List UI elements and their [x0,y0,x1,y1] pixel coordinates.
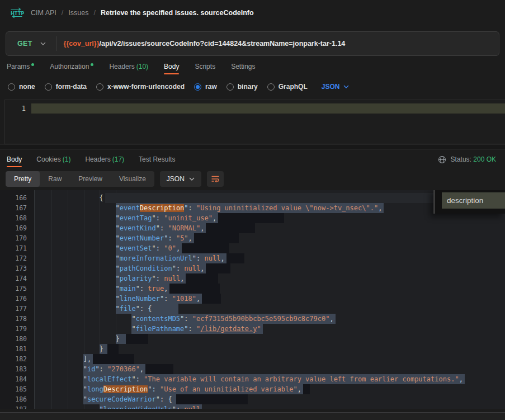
code-line: 180} [0,334,505,344]
code-line: 186"secureCodeWarrior": { [0,394,505,404]
body-mode-radio-graphql[interactable]: GraphQL [267,83,308,91]
response-tab-headers[interactable]: Headers(17) [85,150,124,169]
code-line: 179"filePathname": "/lib/getdate.y" [0,324,505,334]
wrap-text-button[interactable] [207,171,224,187]
line-artifact-block [226,253,244,263]
body-mode-radio-x-www-form-urlencoded[interactable]: x-www-form-urlencoded [96,83,185,91]
line-number: 186 [0,394,35,404]
body-mode-radio-binary[interactable]: binary [226,83,258,91]
request-body-editor[interactable]: 1 [4,100,505,144]
response-format-label: JSON [167,175,185,183]
api-client-window: { "header": { "breadcrumb": { "workspace… [0,0,505,420]
tab-label: Scripts [195,63,215,70]
line-number: 183 [0,364,35,374]
line-number: 185 [0,384,35,394]
request-tabs: ParamsAuthorizationHeaders(10)BodyScript… [0,56,505,77]
code-line: 185"longDescription": "Use of an uniniti… [0,384,505,394]
tab-headers[interactable]: Headers(10) [109,56,148,77]
code-line: 178"contentsMD5": "ecf7315d5b90bbcbc5e59… [0,314,505,324]
body-mode-row: noneform-datax-www-form-urlencodedrawbin… [0,77,505,96]
method-selector[interactable]: GET [6,40,40,48]
radio-icon [226,83,234,91]
line-number: 184 [0,374,35,384]
radio-icon [194,83,201,91]
search-match-highlight: Description [140,204,184,212]
code-line: 184"localEffect": "The variable will con… [0,374,505,384]
radio-label: none [19,83,35,91]
radio-icon [96,83,103,91]
line-number: 176 [0,294,35,304]
tab-label: Test Results [139,155,175,163]
code-line: 174"polarity": null, [0,273,505,284]
line-artifact-block [93,354,134,364]
response-view-row: PrettyRawPreviewVisualize JSON [0,169,505,189]
green-dot-indicator [91,63,93,66]
code-line: 169"eventKind": "NORMAL", [0,223,505,233]
view-tab-preview[interactable]: Preview [70,171,111,187]
code-line: 170"eventNumber": "5", [0,233,505,243]
line-number: 173 [0,263,35,273]
line-number: 178 [0,314,35,324]
line-number: 169 [0,223,35,233]
response-tab-cookies[interactable]: Cookies(1) [36,150,70,169]
view-tab-visualize[interactable]: Visualize [111,171,154,187]
tab-authorization[interactable]: Authorization [50,56,93,77]
code-line: 183"id": "270366", [0,364,505,374]
line-number: 181 [0,344,35,354]
editor-active-line [31,103,505,114]
code-line: 167"eventDescription": "Using uninitiali… [0,203,505,213]
status-value[interactable]: 200 OK [473,155,496,163]
raw-language-label: JSON [322,83,340,91]
body-mode-radio-form-data[interactable]: form-data [45,83,87,91]
response-tab-test-results[interactable]: Test Results [139,150,175,169]
body-mode-radio-none[interactable]: none [8,83,35,91]
tab-body[interactable]: Body [164,56,179,77]
breadcrumb: CIM API / Issues / Retrieve the specifie… [31,9,254,17]
response-tabs: BodyCookies(1)Headers(17)Test Results St… [0,150,505,169]
view-tab-pretty[interactable]: Pretty [6,171,40,187]
response-json-content: 166{167"eventDescription": "Using uninit… [0,190,505,409]
pane-splitter[interactable] [0,144,505,150]
breadcrumb-separator: / [93,9,95,17]
breadcrumb-collection[interactable]: Issues [68,9,88,17]
view-mode-segmented-control: PrettyRawPreviewVisualize [6,171,154,187]
line-artifact-block [206,223,255,233]
raw-language-select[interactable]: JSON [322,83,350,91]
globe-icon[interactable] [438,155,446,164]
tab-settings[interactable]: Settings [231,56,255,77]
code-line: 166{ [0,193,505,203]
line-number: 167 [0,203,35,213]
response-tab-body[interactable]: Body [7,150,22,169]
find-input[interactable]: description [442,192,505,209]
footer-status-bar [0,412,505,420]
line-number: 170 [0,233,35,243]
status-label: Status: [451,155,471,163]
line-artifact-block [182,243,229,253]
breadcrumb-workspace[interactable]: CIM API [31,9,56,17]
chevron-down-icon[interactable] [40,42,46,45]
code-line: 173"pathCondition": null, [0,263,505,273]
tab-params[interactable]: Params [7,56,34,77]
svg-text:HTTP: HTTP [11,11,24,16]
response-body-viewer[interactable]: 166{167"eventDescription": "Using uninit… [0,190,505,409]
line-number: 187 [0,404,35,409]
response-format-select[interactable]: JSON [160,171,201,187]
line-number: 172 [0,253,35,263]
line-number: 171 [0,243,35,253]
code-line: 177"file": { [0,304,505,314]
http-request-icon: HTTP [9,7,24,19]
tab-label: Cookies [36,155,60,163]
tab-label: Params [7,63,30,70]
code-line: 172"moreInformationUrl": null, [0,253,505,263]
body-mode-radio-raw[interactable]: raw [194,83,217,91]
view-tab-raw[interactable]: Raw [40,171,70,187]
line-artifact-block [107,344,119,354]
tab-count-badge: (10) [136,63,148,70]
response-status-area: Status: 200 OK [438,155,498,164]
line-number: 175 [0,284,35,294]
line-artifact-block [186,273,218,284]
url-input[interactable]: {{cov_url}}/api/v2/issues/sourceCodeInfo… [56,40,346,48]
radio-icon [8,83,15,91]
tab-scripts[interactable]: Scripts [195,56,215,77]
line-artifact-block [218,213,284,223]
